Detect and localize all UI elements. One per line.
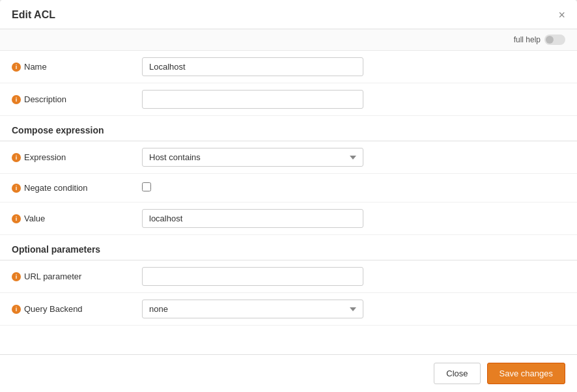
toggle-knob (546, 36, 554, 44)
url-param-info-icon: i (12, 272, 21, 281)
url-parameter-label-text: URL parameter (24, 272, 81, 281)
name-control (142, 57, 565, 76)
compose-expression-heading: Compose expression (0, 116, 577, 141)
name-row: i Name (0, 51, 577, 83)
url-parameter-control (142, 267, 565, 286)
description-info-icon: i (12, 95, 21, 104)
expression-label-text: Expression (24, 152, 66, 162)
close-button[interactable]: Close (434, 363, 480, 384)
query-backend-label: i Query Backend (12, 304, 142, 314)
value-label-text: Value (24, 214, 45, 223)
full-help-container: full help (514, 35, 565, 45)
modal-title: Edit ACL (12, 9, 55, 21)
query-backend-select[interactable]: none backend1 backend2 (142, 300, 363, 318)
value-info-icon: i (12, 214, 21, 223)
negate-info-icon: i (12, 184, 21, 193)
save-changes-button[interactable]: Save changes (487, 363, 565, 384)
negate-condition-label-text: Negate condition (24, 183, 88, 193)
edit-acl-modal: Edit ACL × full help i Name (0, 0, 577, 392)
close-icon[interactable]: × (558, 9, 565, 21)
url-parameter-row: i URL parameter (0, 260, 577, 293)
negate-condition-control (142, 182, 565, 193)
description-label: i Description (12, 94, 142, 104)
top-bar: full help (0, 29, 577, 51)
value-label: i Value (12, 214, 142, 223)
value-input[interactable] (142, 209, 363, 228)
query-backend-info-icon: i (12, 305, 21, 314)
expression-select[interactable]: Host contains Host starts with Host ends… (142, 148, 363, 167)
expression-row: i Expression Host contains Host starts w… (0, 141, 577, 174)
query-backend-label-text: Query Backend (24, 304, 83, 314)
modal-body: full help i Name i Description (0, 29, 577, 354)
description-control (142, 90, 565, 109)
expression-control: Host contains Host starts with Host ends… (142, 148, 565, 167)
value-row: i Value (0, 203, 577, 235)
negate-condition-row: i Negate condition (0, 174, 577, 203)
modal-footer: Close Save changes (0, 354, 577, 392)
query-backend-control: none backend1 backend2 (142, 300, 565, 318)
description-row: i Description (0, 83, 577, 116)
full-help-label: full help (514, 35, 541, 44)
modal-header: Edit ACL × (0, 0, 577, 29)
compose-expression-text: Compose expression (12, 125, 104, 135)
negate-condition-checkbox[interactable] (142, 182, 151, 191)
expression-info-icon: i (12, 153, 21, 162)
url-parameter-label: i URL parameter (12, 272, 142, 281)
description-input[interactable] (142, 90, 363, 109)
full-help-toggle[interactable] (544, 35, 565, 45)
negate-condition-label: i Negate condition (12, 183, 142, 193)
expression-label: i Expression (12, 152, 142, 162)
optional-parameters-text: Optional parameters (12, 244, 100, 255)
name-label: i Name (12, 62, 142, 72)
url-parameter-input[interactable] (142, 267, 363, 286)
optional-parameters-heading: Optional parameters (0, 235, 577, 260)
value-control (142, 209, 565, 228)
name-label-text: Name (24, 62, 47, 72)
name-input[interactable] (142, 57, 363, 76)
description-label-text: Description (24, 94, 66, 104)
name-info-icon: i (12, 63, 21, 72)
query-backend-row: i Query Backend none backend1 backend2 (0, 293, 577, 326)
